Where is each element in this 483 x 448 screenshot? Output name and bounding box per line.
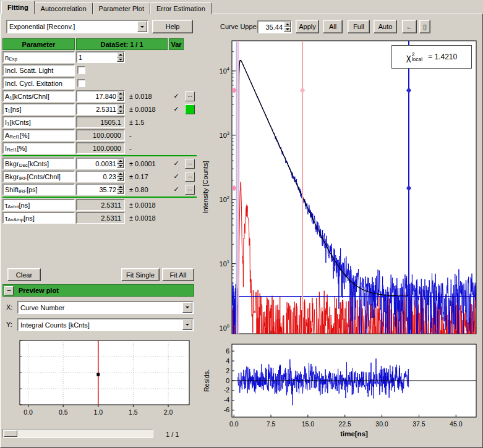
y-axis-picker-label: Y: [6, 321, 12, 328]
spinner[interactable] [117, 172, 124, 181]
spin-down-icon[interactable] [117, 57, 124, 62]
param-value-bkgr-dec[interactable]: 0.0031 [76, 158, 125, 169]
var-check-n-exp[interactable] [169, 51, 184, 63]
spin-up-icon[interactable] [117, 53, 124, 57]
spinner[interactable] [117, 91, 124, 101]
spin-up-icon[interactable] [117, 91, 124, 96]
var-check-shift-irf[interactable]: ✓ [169, 184, 184, 195]
residuals-plot: Resids.-6-4-202460.07.515.022.530.037.54… [199, 342, 483, 448]
fit-all-button[interactable]: Fit All [162, 268, 194, 281]
svg-text:0.5: 0.5 [59, 408, 68, 416]
help-button[interactable]: Help [152, 20, 193, 33]
param-value-tau-1[interactable]: 2.5311 [76, 103, 125, 115]
spin-down-icon[interactable] [117, 96, 124, 101]
spin-up-icon[interactable] [117, 104, 124, 109]
clear-button[interactable]: Clear [7, 268, 41, 281]
x-axis-dropdown[interactable]: Curve Number [17, 301, 194, 314]
fit-single-button[interactable]: Fit Single [121, 268, 160, 281]
collapse-button[interactable]: − [4, 286, 14, 295]
spinner[interactable] [117, 159, 124, 168]
header-dataset: DataSet: 1 / 1 [76, 38, 168, 50]
param-row-incl-scatt-light: Incl. Scatt. Light [2, 64, 197, 76]
param-value-bkgr-irf[interactable]: 0.23 [76, 171, 125, 182]
dropdown-arrow-icon[interactable] [137, 21, 147, 32]
spin-up-icon[interactable] [117, 159, 124, 164]
spin-down-icon[interactable] [117, 109, 124, 114]
var-check-bkgr-irf[interactable]: ✓ [169, 171, 184, 182]
link-button[interactable] [185, 104, 195, 114]
param-row-bkgr-dec: BkgrDec[kCnts]0.0031± 0.0001✓... [2, 158, 197, 169]
dropdown-arrow-icon[interactable] [182, 302, 192, 313]
param-value-amplitude-1[interactable]: 17.840 [76, 90, 125, 102]
decay-plot: Intensity [Counts]100101102103104 [199, 38, 483, 335]
chi-value: = 1.4210 [428, 53, 457, 61]
curve-upper-input[interactable]: 35.44 [257, 20, 292, 33]
more-options-button[interactable]: ... [185, 185, 195, 195]
param-value-tau-av-int: 2.5311 [76, 199, 125, 211]
group-separator [2, 197, 197, 198]
spin-down-icon[interactable] [117, 190, 124, 195]
y-axis-dropdown[interactable]: Integral Counts [kCnts] [17, 318, 194, 331]
param-error-i-rel-1: - [126, 142, 168, 154]
svg-text:1.5: 1.5 [129, 408, 138, 416]
spinner[interactable] [117, 185, 124, 194]
scrollbar-thumb[interactable] [4, 430, 17, 437]
param-value-n-exp[interactable]: 1 [76, 51, 125, 63]
chi-script: 2local [412, 52, 422, 62]
param-row-tau-av-int: τAvInt[ns]2.5311± 0.0018 [2, 199, 197, 211]
checkbox-incl-cycl-exitation[interactable] [77, 79, 85, 87]
var-check-tau-1[interactable]: ✓ [169, 103, 184, 115]
auto-button[interactable]: Auto [374, 20, 397, 33]
apply-button[interactable]: Apply [296, 20, 319, 33]
full-button[interactable]: Full [348, 20, 370, 33]
back-arrow-button[interactable]: ← [402, 20, 417, 33]
svg-text:30.0: 30.0 [375, 420, 388, 428]
more-options-button[interactable]: ... [185, 159, 195, 169]
param-row-i-rel-1: IRel1[%]100.0000- [2, 142, 197, 154]
dropdown-arrow-icon[interactable] [182, 319, 192, 330]
tab-fitting[interactable]: Fitting [1, 1, 35, 14]
more-options-button[interactable]: ... [185, 172, 195, 182]
param-value-intensity-1: 1505.1 [76, 116, 125, 128]
dataset-scrollbar[interactable] [2, 429, 153, 438]
param-label-amplitude-1: A1[kCnts/Chnl] [2, 90, 75, 102]
spin-down-icon[interactable] [284, 27, 291, 33]
svg-text:2.0: 2.0 [164, 408, 173, 416]
x-axis-dropdown-value: Curve Number [18, 304, 182, 311]
var-check-bkgr-dec[interactable]: ✓ [169, 158, 184, 169]
svg-text:2: 2 [226, 367, 229, 374]
model-dropdown[interactable]: Exponential [Reconv.] [6, 20, 148, 33]
svg-text:Resids.: Resids. [203, 370, 210, 392]
cursor-tool-button[interactable]: ▯ [419, 20, 430, 33]
preview-plot: 0.00.51.01.52.0 [6, 337, 194, 422]
param-row-bkgr-irf: BkgrIRF[Cnts/Chnl]0.23± 0.17✓... [2, 171, 197, 182]
all-button[interactable]: All [323, 20, 343, 33]
param-label-shift-irf: ShiftIRF[ps] [2, 184, 75, 195]
param-label-bkgr-dec: BkgrDec[kCnts] [2, 158, 75, 169]
curve-upper-spinner[interactable] [284, 22, 291, 32]
param-error-n-exp [126, 51, 168, 63]
header-var: Var [169, 38, 184, 50]
chi-squared-box: χ 2local = 1.4210 [391, 45, 472, 69]
param-label-i-rel-1: IRel1[%] [2, 142, 75, 154]
param-error-bkgr-irf: ± 0.17 [126, 171, 168, 182]
tab-error-estimation[interactable]: Error Estimation [150, 2, 212, 14]
param-label-n-exp: nExp [2, 51, 75, 63]
svg-text:time[ns]: time[ns] [340, 430, 368, 437]
spinner[interactable] [117, 104, 124, 114]
var-check-amplitude-1[interactable]: ✓ [169, 90, 184, 102]
spin-down-icon[interactable] [117, 164, 124, 169]
var-check-a-rel-1 [169, 129, 184, 141]
more-options-button[interactable]: ... [185, 91, 195, 101]
checkbox-incl-scatt-light[interactable] [77, 66, 85, 74]
svg-text:0.0: 0.0 [24, 408, 33, 416]
spin-down-icon[interactable] [117, 177, 124, 182]
param-row-n-exp: nExp1 [2, 51, 197, 63]
tab-parameter-plot[interactable]: Parameter Plot [93, 2, 150, 14]
tab-autocorrelation[interactable]: Autocorrelation [35, 2, 93, 14]
spin-up-icon[interactable] [284, 22, 291, 27]
spinner[interactable] [117, 53, 124, 62]
spin-up-icon[interactable] [117, 185, 124, 190]
param-value-shift-irf[interactable]: 35.72 [76, 184, 125, 195]
spin-up-icon[interactable] [117, 172, 124, 177]
